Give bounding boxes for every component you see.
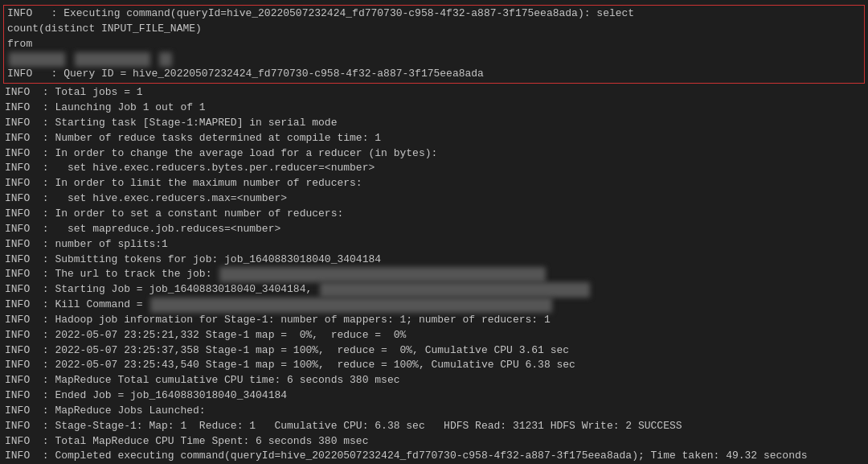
log-line-url: INFO : The url to track the job: ███████… xyxy=(0,267,868,282)
log-line: INFO : MapReduce Total cumulative CPU ti… xyxy=(0,373,868,388)
highlighted-line-2: count(distinct INPUT_FILE_NAME) xyxy=(6,22,862,37)
log-line: INFO : set hive.exec.reducers.bytes.per.… xyxy=(0,161,868,176)
log-line: INFO : Total jobs = 1 xyxy=(0,85,868,101)
log-line: INFO : In order to limit the maximum num… xyxy=(0,176,868,191)
log-line: INFO : Total MapReduce CPU Time Spent: 6… xyxy=(0,434,868,450)
redacted-job: ████████████████████████████████████████… xyxy=(320,282,589,298)
redacted-3: ██ xyxy=(159,52,172,68)
redacted-url: ████████████████████████████████████████… xyxy=(219,267,546,282)
log-line-splits: INFO : number of splits:1 xyxy=(0,237,868,253)
log-line: INFO : Starting task [Stage-1:MAPRED] in… xyxy=(0,116,868,131)
log-line: INFO : 2022-05-07 23:25:43,540 Stage-1 m… xyxy=(0,358,868,373)
log-line: INFO : set hive.exec.reducers.max=<numbe… xyxy=(0,191,868,207)
redacted-1: ████ ████ xyxy=(9,52,65,68)
log-line: INFO : Submitting tokens for job: job_16… xyxy=(0,253,868,268)
highlighted-line-4: ████ ████ ████████████ ██ xyxy=(6,52,862,68)
log-line: INFO : Kill Command = ██████████████████… xyxy=(0,298,868,313)
redacted-2: ████████████ xyxy=(75,52,150,68)
log-line: INFO : set mapreduce.job.reduces=<number… xyxy=(0,222,868,237)
log-line: INFO : Ended Job = job_1640883018040_340… xyxy=(0,388,868,404)
highlighted-command-block: INFO : Executing command(queryId=hive_20… xyxy=(3,5,865,84)
terminal-window: INFO : Executing command(queryId=hive_20… xyxy=(0,0,868,464)
log-line: INFO : Number of reduce tasks determined… xyxy=(0,131,868,146)
highlighted-line-3: from xyxy=(6,37,862,52)
log-line: INFO : Launching Job 1 out of 1 xyxy=(0,101,868,116)
log-line: INFO : In order to change the average lo… xyxy=(0,146,868,162)
log-line: INFO : Hadoop job information for Stage-… xyxy=(0,313,868,328)
log-line: INFO : In order to set a constant number… xyxy=(0,207,868,222)
log-line: INFO : 2022-05-07 23:25:37,358 Stage-1 m… xyxy=(0,343,868,359)
log-line: INFO : Starting Job = job_1640883018040_… xyxy=(0,282,868,298)
redacted-kill: ████████████████████████████████████████… xyxy=(150,298,551,313)
log-line-completed: INFO : Completed executing command(query… xyxy=(0,449,868,464)
highlighted-line-1: INFO : Executing command(queryId=hive_20… xyxy=(6,6,862,22)
log-line: INFO : 2022-05-07 23:25:21,332 Stage-1 m… xyxy=(0,328,868,343)
log-line: INFO : Stage-Stage-1: Map: 1 Reduce: 1 C… xyxy=(0,419,868,434)
highlighted-line-5: INFO : Query ID = hive_20220507232424_fd… xyxy=(6,67,862,82)
log-line: INFO : MapReduce Jobs Launched: xyxy=(0,404,868,419)
